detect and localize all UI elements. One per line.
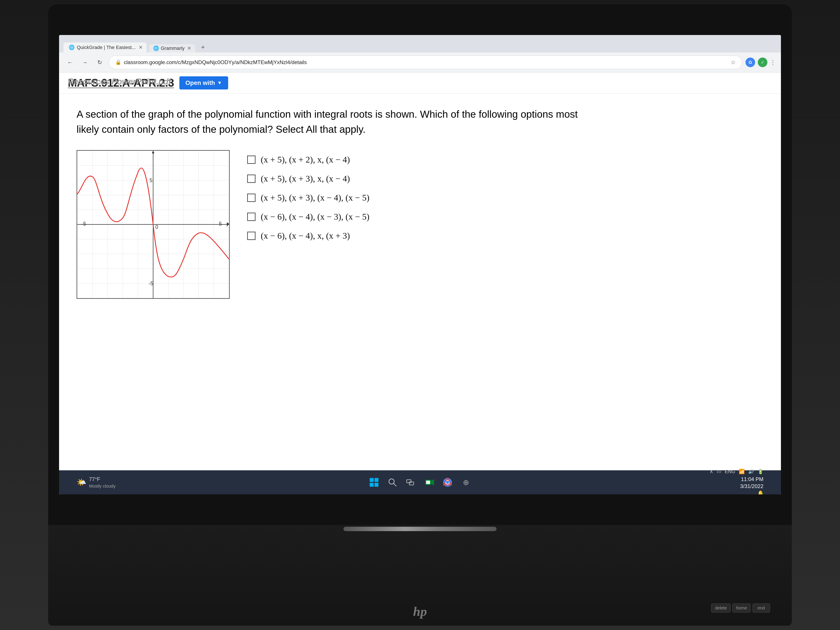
choice-a[interactable]: (x + 5), (x + 2), x, (x − 4) [247, 155, 369, 165]
breadcrumb-overlay: Resources PowerPoint.pdf [68, 77, 171, 87]
svg-rect-33 [407, 480, 411, 483]
checkbox-d[interactable] [247, 213, 256, 221]
lang-icon: ENG [725, 469, 735, 474]
answer-choices: (x + 5), (x + 2), x, (x − 4) (x + 5), (x… [247, 150, 369, 241]
wifi-icon[interactable]: 📶 [739, 469, 745, 474]
tab-label: QuickGrade | The Easiest... [77, 45, 136, 50]
weather-desc: Mostly cloudy [89, 483, 115, 489]
forward-button[interactable]: → [79, 57, 90, 68]
corner-keys: delete home end [711, 603, 770, 613]
checkbox-b[interactable] [247, 175, 256, 183]
svg-text:0: 0 [155, 224, 158, 230]
question-text: A section of the graph of the polynomial… [77, 107, 602, 137]
browser-address-bar: ← → ↻ 🔒 classroom.google.com/c/MzgxNDQwN… [59, 52, 781, 72]
svg-rect-27 [370, 478, 374, 482]
extension-icons: G ✓ ⋮ [745, 57, 776, 67]
laptop-base: hp delete home end [48, 525, 792, 625]
svg-text:5: 5 [149, 177, 152, 183]
choice-b-text: (x + 5), (x + 3), x, (x − 4) [261, 174, 350, 184]
svg-point-31 [389, 479, 394, 484]
browser-tabs: 🌐 QuickGrade | The Easiest... ✕ 🌐 Gramma… [59, 35, 781, 52]
reload-button[interactable]: ↻ [94, 57, 106, 68]
choice-c-text: (x + 5), (x + 3), (x − 4), (x − 5) [261, 193, 369, 203]
choice-e[interactable]: (x − 6), (x − 4), x, (x + 3) [247, 231, 369, 241]
main-content: Resources PowerPoint.pdf MAFS.912.A-APR.… [59, 73, 781, 494]
choice-c[interactable]: (x + 5), (x + 3), (x − 4), (x − 5) [247, 193, 369, 203]
screen: 🌐 QuickGrade | The Easiest... ✕ 🌐 Gramma… [59, 35, 781, 494]
windows-start-button[interactable] [368, 476, 381, 489]
svg-point-40 [446, 481, 449, 484]
choice-d[interactable]: (x − 6), (x − 4), (x − 3), (x − 5) [247, 212, 369, 222]
svg-rect-30 [374, 483, 379, 487]
chrome-taskbar-icon[interactable] [441, 476, 454, 489]
svg-rect-37 [426, 481, 430, 484]
laptop-body: 🌐 QuickGrade | The Easiest... ✕ 🌐 Gramma… [0, 0, 840, 630]
choice-d-text: (x − 6), (x − 4), (x − 3), (x − 5) [261, 212, 369, 222]
taskbar-weather: 🌤️ 77°F Mostly cloudy [77, 475, 115, 489]
classroom-header: Resources PowerPoint.pdf MAFS.912.A-APR.… [59, 73, 781, 94]
choice-e-text: (x − 6), (x − 4), x, (x + 3) [261, 231, 350, 241]
hp-logo: hp [413, 604, 427, 619]
taskbar-time: 11:04 PM [741, 476, 763, 482]
checkbox-e[interactable] [247, 232, 256, 240]
open-with-label: Open with [185, 79, 215, 87]
taskbar-center: ⊕ [368, 476, 472, 489]
header-title-area: Resources PowerPoint.pdf MAFS.912.A-APR.… [68, 77, 174, 89]
svg-marker-36 [431, 479, 434, 485]
keyboard-area: hp delete home end [48, 531, 792, 625]
home-key[interactable]: home [733, 603, 751, 613]
weather-info: 77°F Mostly cloudy [89, 475, 115, 489]
svg-rect-34 [409, 482, 414, 485]
taskbar: 🌤️ 77°F Mostly cloudy [59, 470, 781, 494]
delete-key[interactable]: delete [711, 603, 731, 613]
svg-text:-5: -5 [149, 280, 153, 286]
checkbox-c[interactable] [247, 194, 256, 202]
choice-b[interactable]: (x + 5), (x + 3), x, (x − 4) [247, 174, 369, 184]
question-area: A section of the graph of the polynomial… [59, 94, 781, 494]
address-box[interactable]: 🔒 classroom.google.com/c/MzgxNDQwNjc0ODY… [109, 55, 742, 69]
laptop-hinge [343, 527, 497, 531]
end-key[interactable]: end [753, 603, 770, 613]
meet-taskbar-icon[interactable] [423, 476, 436, 489]
screen-bezel: 🌐 QuickGrade | The Easiest... ✕ 🌐 Gramma… [48, 5, 792, 525]
task-view-button[interactable] [404, 476, 417, 489]
search-taskbar-button[interactable] [386, 476, 399, 489]
browser-tab-active[interactable]: 🌐 QuickGrade | The Easiest... ✕ [63, 43, 147, 52]
battery-icon[interactable]: 🔋 [758, 469, 763, 474]
ext-icon-2[interactable]: ✓ [758, 57, 767, 67]
graph-svg: 5 -5 5 -5 0 [77, 151, 229, 298]
browser-chrome: 🌐 QuickGrade | The Easiest... ✕ 🌐 Gramma… [59, 35, 781, 73]
taskbar-date: 3/31/2022 [740, 483, 763, 489]
lock-icon: 🔒 [115, 60, 121, 65]
volume-icon[interactable]: 🔊 [748, 469, 754, 474]
tab2-label: Grammarly [161, 46, 185, 51]
desktop-icon[interactable]: ▭ [717, 469, 721, 474]
choice-a-text: (x + 5), (x + 2), x, (x − 4) [261, 155, 350, 165]
notification-icon[interactable]: 🔔 [758, 490, 763, 494]
ext-icon-1[interactable]: G [745, 57, 755, 67]
graph-container: 5 -5 5 -5 0 [77, 150, 230, 299]
svg-text:-5: -5 [81, 221, 86, 227]
svg-rect-29 [370, 483, 374, 487]
chevron-up-icon[interactable]: ∧ [710, 469, 713, 474]
dropdown-arrow-icon: ▼ [217, 80, 222, 86]
open-with-button[interactable]: Open with ▼ [179, 76, 228, 90]
svg-marker-26 [152, 151, 155, 153]
page-title: Resources PowerPoint.pdf MAFS.912.A-APR.… [68, 77, 174, 89]
checkbox-a[interactable] [247, 156, 256, 164]
weather-temp: 77°F [89, 475, 115, 483]
taskbar-system-tray: ∧ ▭ ENG 📶 🔊 🔋 11:04 PM 3/31/2022 🔔 [710, 469, 763, 494]
system-icons: ∧ ▭ ENG 📶 🔊 🔋 [710, 469, 763, 474]
svg-line-32 [393, 483, 396, 486]
url-text: classroom.google.com/c/MzgxNDQwNjc0ODYy/… [124, 59, 728, 65]
bookmark-icon: ☆ [731, 59, 736, 66]
question-body: 5 -5 5 -5 0 [77, 150, 763, 299]
menu-dots[interactable]: ⋮ [770, 59, 776, 66]
back-button[interactable]: ← [64, 57, 76, 68]
svg-text:5: 5 [219, 221, 222, 227]
extra-taskbar-icon[interactable]: ⊕ [459, 476, 472, 489]
svg-rect-28 [374, 478, 379, 482]
